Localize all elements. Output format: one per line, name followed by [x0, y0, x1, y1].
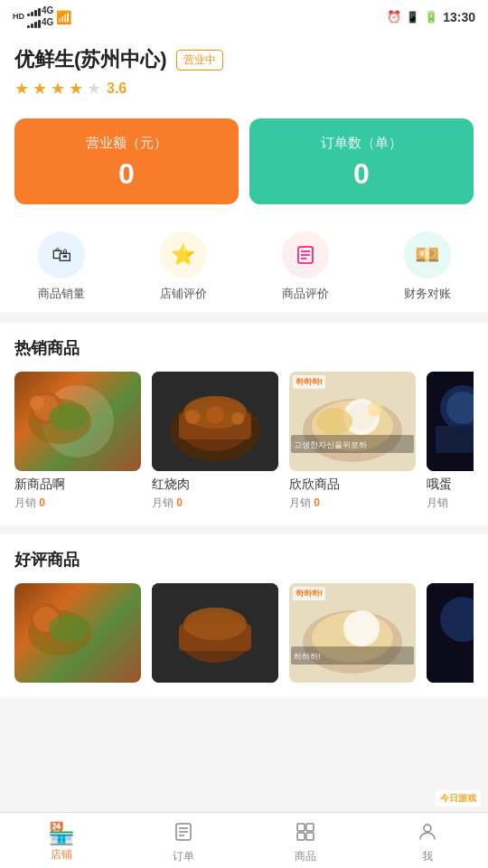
- action-label-3: 商品评价: [282, 286, 329, 302]
- good-products-scroll[interactable]: 하하하! 하하하!: [14, 583, 474, 683]
- battery-icon: 🔋: [424, 10, 438, 24]
- nav-orders-label: 订单: [173, 849, 194, 864]
- svg-rect-51: [306, 824, 314, 831]
- svg-point-8: [30, 396, 44, 410]
- good-product-item-3[interactable]: 하하하! 하하하!: [289, 583, 416, 683]
- svg-rect-29: [436, 426, 474, 453]
- orders-nav-icon: [173, 821, 194, 846]
- signal-icon-2: [27, 17, 41, 28]
- action-store-review[interactable]: ⭐ 店铺评价: [122, 231, 244, 302]
- svg-rect-50: [297, 824, 305, 831]
- svg-point-37: [183, 608, 247, 640]
- revenue-label: 营业额（元）: [29, 135, 224, 152]
- action-product-review[interactable]: 商品评价: [244, 231, 366, 302]
- finance-icon: 💴: [404, 231, 451, 278]
- nav-orders[interactable]: 订单: [122, 813, 244, 868]
- orders-card: 订单数（单） 0: [249, 118, 474, 204]
- svg-text:하하하!: 하하하!: [294, 652, 321, 661]
- action-finance[interactable]: 💴 财务对账: [366, 231, 488, 302]
- svg-point-33: [49, 615, 89, 642]
- good-product-img-2: [152, 583, 278, 683]
- svg-point-41: [343, 610, 380, 646]
- svg-point-14: [185, 410, 200, 424]
- store-title-row: 优鲜生(苏州中心) 营业中: [14, 46, 474, 73]
- svg-point-16: [231, 412, 244, 425]
- hot-product-img-3: 고생한자신을위로하 하하하!: [289, 372, 416, 471]
- hot-products-title: 热销商品: [14, 337, 474, 359]
- orders-label: 订单数（单）: [264, 135, 459, 152]
- 4g-label-1: 4G: [42, 5, 53, 16]
- hot-product-name-4: 哦蛋: [427, 476, 474, 493]
- profile-nav-icon: [417, 821, 438, 846]
- signal-icon: [27, 5, 41, 16]
- good-product-img-3: 하하하! 하하하!: [289, 583, 416, 683]
- action-label-1: 商品销量: [38, 286, 85, 302]
- nav-store-label: 店铺: [51, 847, 72, 863]
- star-4: ★: [69, 80, 83, 97]
- bottom-nav: 🏪 店铺 订单 商品: [0, 812, 488, 868]
- hot-product-img-1: [14, 372, 141, 471]
- good-products-title: 好评商品: [14, 549, 474, 571]
- network-label: HD: [13, 13, 24, 21]
- nav-store[interactable]: 🏪 店铺: [0, 813, 122, 868]
- revenue-value: 0: [29, 159, 224, 188]
- action-label-4: 财务对账: [404, 286, 451, 302]
- hot-product-name-3: 欣欣商品: [289, 476, 416, 493]
- hot-product-img-4: [427, 372, 474, 471]
- product-review-icon: [282, 231, 329, 278]
- good-product-img-4: [427, 583, 474, 683]
- hot-products-section: 热销商品 新商品啊 月销 0: [0, 323, 488, 525]
- hot-product-item-3[interactable]: 고생한자신을위로하 하하하! 欣欣商品 月销 0: [289, 372, 416, 511]
- rating-number: 3.6: [107, 80, 127, 97]
- hot-product-item-2[interactable]: 红烧肉 月销 0: [152, 372, 278, 511]
- good-product-item-4[interactable]: [427, 583, 474, 683]
- hot-product-sales-3: 月销 0: [289, 495, 416, 511]
- svg-rect-52: [297, 833, 305, 840]
- svg-point-22: [316, 408, 352, 435]
- star-3: ★: [51, 80, 65, 97]
- hot-product-name-1: 新商品啊: [14, 476, 141, 493]
- product-sales-icon: 🛍: [38, 231, 85, 278]
- star-2: ★: [33, 80, 47, 97]
- sim-icon: 📱: [406, 11, 419, 24]
- svg-point-23: [368, 402, 382, 417]
- status-left: HD 4G 4G 📶: [13, 5, 71, 28]
- svg-point-15: [206, 406, 224, 424]
- action-label-2: 店铺评价: [160, 286, 207, 302]
- nav-profile-label: 我: [422, 849, 433, 864]
- status-bar: HD 4G 4G 📶 ⏰ 📱 🔋 13:30: [0, 0, 488, 33]
- rating-row: ★ ★ ★ ★ ★ 3.6: [14, 80, 474, 97]
- alarm-icon: ⏰: [387, 10, 401, 24]
- nav-profile[interactable]: 我: [366, 813, 488, 868]
- hot-product-name-2: 红烧肉: [152, 476, 278, 493]
- svg-point-54: [424, 825, 431, 832]
- good-product-item-1[interactable]: [14, 583, 141, 683]
- hot-product-item-4[interactable]: 哦蛋 月销: [427, 372, 474, 511]
- wifi-icon: 📶: [56, 10, 71, 24]
- store-review-icon: ⭐: [160, 231, 207, 278]
- stats-row: 营业额（元） 0 订单数（单） 0: [0, 106, 488, 217]
- nav-products[interactable]: 商品: [244, 813, 366, 868]
- nav-products-label: 商品: [295, 849, 316, 864]
- star-5: ★: [87, 80, 101, 97]
- products-nav-icon: [295, 821, 316, 846]
- orders-value: 0: [264, 159, 459, 188]
- star-1: ★: [14, 80, 29, 97]
- hot-product-sales-1: 月销 0: [14, 495, 141, 511]
- hot-product-sales-4: 月销: [427, 495, 474, 511]
- action-product-sales[interactable]: 🛍 商品销量: [0, 231, 122, 302]
- hot-product-sales-2: 月销 0: [152, 495, 278, 511]
- 4g-label-2: 4G: [42, 17, 53, 28]
- good-product-item-2[interactable]: [152, 583, 278, 683]
- status-right: ⏰ 📱 🔋 13:30: [387, 10, 475, 24]
- quick-actions: 🛍 商品销量 ⭐ 店铺评价 商品评价 💴 财务对账: [0, 217, 488, 314]
- store-nav-icon: 🏪: [48, 823, 75, 844]
- svg-rect-53: [306, 833, 314, 840]
- time-display: 13:30: [443, 10, 475, 24]
- hot-products-scroll[interactable]: 新商品啊 月销 0 红烧肉: [14, 372, 474, 511]
- good-product-img-1: [14, 583, 141, 683]
- revenue-card: 营业额（元） 0: [14, 118, 239, 204]
- store-status-badge: 营业中: [176, 50, 223, 71]
- good-products-section: 好评商品: [0, 534, 488, 697]
- hot-product-item-1[interactable]: 新商品啊 月销 0: [14, 372, 141, 511]
